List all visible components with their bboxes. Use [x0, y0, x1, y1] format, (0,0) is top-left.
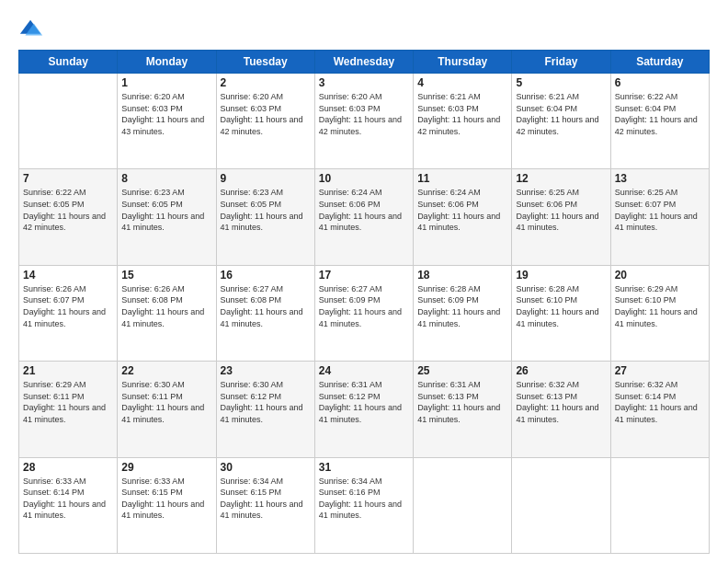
day-number: 23	[221, 364, 311, 377]
day-info: Sunrise: 6:20 AMSunset: 6:03 PMDaylight:…	[221, 91, 311, 137]
day-info: Sunrise: 6:34 AMSunset: 6:16 PMDaylight:…	[319, 476, 409, 522]
day-number: 25	[417, 364, 507, 377]
day-info: Sunrise: 6:34 AMSunset: 6:15 PMDaylight:…	[221, 476, 311, 522]
calendar-cell: 18Sunrise: 6:28 AMSunset: 6:09 PMDayligh…	[414, 265, 512, 361]
day-info: Sunrise: 6:22 AMSunset: 6:05 PMDaylight:…	[23, 187, 113, 233]
day-info: Sunrise: 6:32 AMSunset: 6:14 PMDaylight:…	[615, 379, 705, 425]
day-number: 2	[221, 76, 311, 89]
calendar-week-row: 28Sunrise: 6:33 AMSunset: 6:14 PMDayligh…	[19, 457, 710, 553]
calendar-cell: 26Sunrise: 6:32 AMSunset: 6:13 PMDayligh…	[512, 362, 610, 457]
calendar: SundayMondayTuesdayWednesdayThursdayFrid…	[18, 50, 710, 554]
page: SundayMondayTuesdayWednesdayThursdayFrid…	[0, 0, 728, 563]
calendar-cell	[19, 74, 118, 169]
calendar-cell: 8Sunrise: 6:23 AMSunset: 6:05 PMDaylight…	[118, 169, 216, 265]
calendar-cell: 1Sunrise: 6:20 AMSunset: 6:03 PMDaylight…	[118, 74, 216, 169]
day-number: 20	[615, 269, 705, 282]
day-info: Sunrise: 6:21 AMSunset: 6:04 PMDaylight:…	[516, 91, 606, 137]
calendar-cell: 12Sunrise: 6:25 AMSunset: 6:06 PMDayligh…	[512, 169, 610, 265]
calendar-cell: 13Sunrise: 6:25 AMSunset: 6:07 PMDayligh…	[610, 169, 709, 265]
day-info: Sunrise: 6:27 AMSunset: 6:08 PMDaylight:…	[221, 283, 311, 329]
day-number: 24	[319, 364, 409, 377]
calendar-week-row: 1Sunrise: 6:20 AMSunset: 6:03 PMDaylight…	[19, 74, 710, 169]
day-info: Sunrise: 6:26 AMSunset: 6:07 PMDaylight:…	[23, 283, 113, 329]
day-info: Sunrise: 6:26 AMSunset: 6:08 PMDaylight:…	[121, 283, 211, 329]
day-number: 22	[121, 364, 211, 377]
day-info: Sunrise: 6:25 AMSunset: 6:06 PMDaylight:…	[516, 187, 606, 233]
calendar-cell: 22Sunrise: 6:30 AMSunset: 6:11 PMDayligh…	[118, 362, 216, 457]
calendar-cell: 6Sunrise: 6:22 AMSunset: 6:04 PMDaylight…	[610, 74, 709, 169]
calendar-cell: 7Sunrise: 6:22 AMSunset: 6:05 PMDaylight…	[19, 169, 118, 265]
day-number: 14	[23, 269, 113, 282]
calendar-cell: 27Sunrise: 6:32 AMSunset: 6:14 PMDayligh…	[610, 362, 709, 457]
day-number: 19	[516, 269, 606, 282]
calendar-cell: 16Sunrise: 6:27 AMSunset: 6:08 PMDayligh…	[216, 265, 314, 361]
calendar-cell: 2Sunrise: 6:20 AMSunset: 6:03 PMDaylight…	[216, 74, 314, 169]
day-info: Sunrise: 6:33 AMSunset: 6:15 PMDaylight:…	[121, 476, 211, 522]
day-number: 16	[221, 269, 311, 282]
calendar-cell: 14Sunrise: 6:26 AMSunset: 6:07 PMDayligh…	[19, 265, 118, 361]
day-info: Sunrise: 6:23 AMSunset: 6:05 PMDaylight:…	[221, 187, 311, 233]
day-info: Sunrise: 6:30 AMSunset: 6:11 PMDaylight:…	[121, 379, 211, 425]
day-info: Sunrise: 6:25 AMSunset: 6:07 PMDaylight:…	[615, 187, 705, 233]
day-number: 28	[23, 461, 113, 474]
weekday-header: Thursday	[414, 51, 512, 74]
weekday-header: Monday	[118, 51, 216, 74]
calendar-week-row: 21Sunrise: 6:29 AMSunset: 6:11 PMDayligh…	[19, 362, 710, 457]
calendar-cell: 24Sunrise: 6:31 AMSunset: 6:12 PMDayligh…	[314, 362, 413, 457]
day-number: 12	[516, 172, 606, 185]
day-number: 15	[121, 269, 211, 282]
calendar-cell: 17Sunrise: 6:27 AMSunset: 6:09 PMDayligh…	[314, 265, 413, 361]
weekday-header: Wednesday	[314, 51, 413, 74]
calendar-cell: 11Sunrise: 6:24 AMSunset: 6:06 PMDayligh…	[414, 169, 512, 265]
day-info: Sunrise: 6:30 AMSunset: 6:12 PMDaylight:…	[221, 379, 311, 425]
weekday-header: Tuesday	[216, 51, 314, 74]
calendar-week-row: 14Sunrise: 6:26 AMSunset: 6:07 PMDayligh…	[19, 265, 710, 361]
weekday-header: Friday	[512, 51, 610, 74]
calendar-cell: 20Sunrise: 6:29 AMSunset: 6:10 PMDayligh…	[610, 265, 709, 361]
day-info: Sunrise: 6:29 AMSunset: 6:10 PMDaylight:…	[615, 283, 705, 329]
day-info: Sunrise: 6:32 AMSunset: 6:13 PMDaylight:…	[516, 379, 606, 425]
day-number: 7	[23, 172, 113, 185]
header	[18, 17, 710, 42]
day-info: Sunrise: 6:24 AMSunset: 6:06 PMDaylight:…	[319, 187, 409, 233]
calendar-cell: 9Sunrise: 6:23 AMSunset: 6:05 PMDaylight…	[216, 169, 314, 265]
day-number: 17	[319, 269, 409, 282]
day-info: Sunrise: 6:33 AMSunset: 6:14 PMDaylight:…	[23, 476, 113, 522]
logo-icon	[18, 17, 44, 42]
day-info: Sunrise: 6:31 AMSunset: 6:13 PMDaylight:…	[417, 379, 507, 425]
calendar-cell	[414, 457, 512, 553]
day-number: 5	[516, 76, 606, 89]
day-info: Sunrise: 6:28 AMSunset: 6:09 PMDaylight:…	[417, 283, 507, 329]
day-info: Sunrise: 6:23 AMSunset: 6:05 PMDaylight:…	[121, 187, 211, 233]
calendar-cell: 25Sunrise: 6:31 AMSunset: 6:13 PMDayligh…	[414, 362, 512, 457]
calendar-cell: 30Sunrise: 6:34 AMSunset: 6:15 PMDayligh…	[216, 457, 314, 553]
day-number: 10	[319, 172, 409, 185]
day-number: 18	[417, 269, 507, 282]
weekday-header: Sunday	[19, 51, 118, 74]
calendar-cell: 5Sunrise: 6:21 AMSunset: 6:04 PMDaylight…	[512, 74, 610, 169]
day-info: Sunrise: 6:31 AMSunset: 6:12 PMDaylight:…	[319, 379, 409, 425]
day-info: Sunrise: 6:27 AMSunset: 6:09 PMDaylight:…	[319, 283, 409, 329]
day-number: 1	[121, 76, 211, 89]
day-number: 6	[615, 76, 705, 89]
day-number: 27	[615, 364, 705, 377]
calendar-cell: 15Sunrise: 6:26 AMSunset: 6:08 PMDayligh…	[118, 265, 216, 361]
logo	[18, 17, 48, 42]
calendar-cell: 29Sunrise: 6:33 AMSunset: 6:15 PMDayligh…	[118, 457, 216, 553]
calendar-cell: 28Sunrise: 6:33 AMSunset: 6:14 PMDayligh…	[19, 457, 118, 553]
day-number: 31	[319, 461, 409, 474]
day-number: 11	[417, 172, 507, 185]
day-info: Sunrise: 6:20 AMSunset: 6:03 PMDaylight:…	[319, 91, 409, 137]
day-info: Sunrise: 6:24 AMSunset: 6:06 PMDaylight:…	[417, 187, 507, 233]
calendar-cell: 3Sunrise: 6:20 AMSunset: 6:03 PMDaylight…	[314, 74, 413, 169]
calendar-cell	[610, 457, 709, 553]
day-number: 3	[319, 76, 409, 89]
day-number: 29	[121, 461, 211, 474]
day-number: 4	[417, 76, 507, 89]
calendar-week-row: 7Sunrise: 6:22 AMSunset: 6:05 PMDaylight…	[19, 169, 710, 265]
day-number: 13	[615, 172, 705, 185]
calendar-cell: 31Sunrise: 6:34 AMSunset: 6:16 PMDayligh…	[314, 457, 413, 553]
day-info: Sunrise: 6:20 AMSunset: 6:03 PMDaylight:…	[121, 91, 211, 137]
day-number: 26	[516, 364, 606, 377]
weekday-header-row: SundayMondayTuesdayWednesdayThursdayFrid…	[19, 51, 710, 74]
